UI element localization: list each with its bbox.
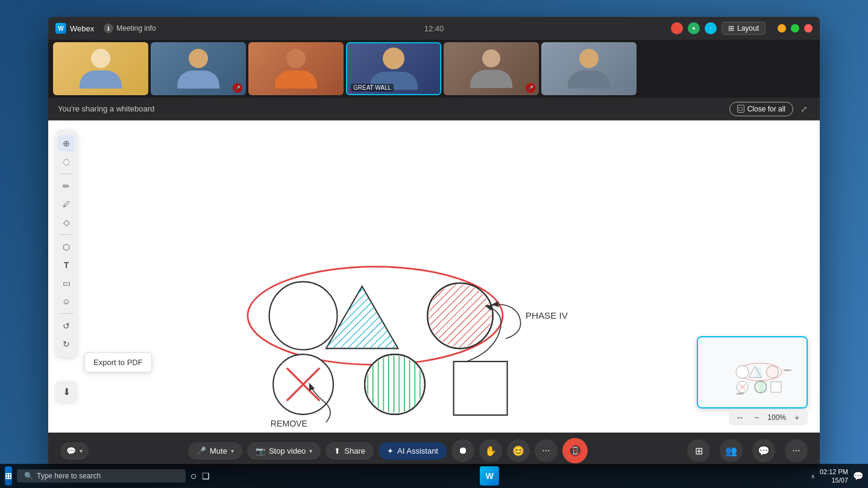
more-options-button[interactable]: ···: [535, 439, 558, 462]
person-silhouette-2: [151, 42, 246, 95]
expand-icon[interactable]: ⤢: [798, 103, 810, 115]
participant-label-4: GREAT WALL: [351, 84, 394, 92]
mute-icon-2: 🎤: [233, 83, 242, 93]
ai-icon: ✦: [387, 446, 394, 455]
titlebar-left: W Webex ℹ Meeting info: [55, 23, 156, 34]
taskbar-notification-button[interactable]: 💬: [853, 471, 863, 481]
video-icon: 📷: [256, 446, 265, 455]
svg-rect-28: [755, 368, 761, 378]
close-for-all-label: Close for all: [747, 105, 785, 113]
share-icon: ⬆: [334, 446, 341, 455]
participant-thumb-4[interactable]: GREAT WALL: [346, 42, 441, 95]
mute-chevron: ▾: [231, 448, 234, 454]
window-controls: [778, 24, 813, 33]
titlebar-time: 12:40: [424, 24, 444, 33]
svg-rect-21: [454, 361, 508, 415]
taskbar-apps: W: [480, 466, 499, 486]
green-indicator: ●: [688, 22, 700, 34]
bottom-toolbar: 💬 ▾ 🎤 Mute ▾ 📷 Stop video ▾ ⬆ Share ✦ AI…: [48, 433, 820, 469]
svg-point-26: [736, 366, 749, 378]
bottom-left: 💬 ▾: [60, 442, 89, 460]
task-view-button[interactable]: ❑: [202, 466, 210, 486]
svg-point-7: [269, 282, 338, 350]
webex-logo: W Webex: [55, 23, 94, 34]
taskbar: ⊞ 🔍 Type here to search ○ ❑ W ∧ 02:12 PM…: [0, 464, 868, 488]
main-content: ⊕ ◌ ✏ 🖊 ◇ ⬡ T ▭ ☺ ↺ ↻ ⬇ Export to PDF: [48, 120, 820, 433]
zoom-out-button[interactable]: −: [750, 411, 763, 424]
search-placeholder: Type here to search: [37, 472, 101, 480]
person-silhouette-6: [541, 42, 637, 95]
svg-text:REMOVE: REMOVE: [271, 419, 307, 428]
titlebar: W Webex ℹ Meeting info 12:40 ● ↑ ⊞ Layou…: [48, 17, 820, 40]
minimap-controls: ↔ − 100% +: [729, 410, 808, 425]
close-for-all-button[interactable]: □ Close for all: [729, 102, 793, 116]
mute-icon-5: 🎤: [526, 83, 535, 93]
layout-label: Layout: [737, 24, 759, 33]
sharing-bar: You're sharing a whiteboard □ Close for …: [48, 98, 820, 120]
end-call-button[interactable]: 📵: [562, 438, 588, 463]
bottom-center: 🎤 Mute ▾ 📷 Stop video ▾ ⬆ Share ✦ AI Ass…: [188, 438, 588, 463]
taskbar-right: ∧ 02:12 PM 15/07 💬: [811, 468, 863, 485]
participant-thumb-5[interactable]: 🎤: [444, 42, 539, 95]
stop-video-button[interactable]: 📷 Stop video ▾: [247, 442, 321, 460]
reactions-button[interactable]: 😊: [507, 439, 530, 462]
taskbar-webex-icon: W: [485, 471, 493, 481]
person-silhouette-3: [248, 42, 344, 95]
webex-label: Webex: [70, 24, 94, 33]
search-circle-button[interactable]: ○: [190, 466, 197, 486]
participant-thumb-6[interactable]: [541, 42, 637, 95]
record-button[interactable]: ⏺: [451, 439, 474, 462]
hand-button[interactable]: ✋: [479, 439, 502, 462]
start-button[interactable]: ⊞: [5, 466, 12, 486]
svg-rect-24: [698, 338, 808, 408]
minimap: PHASE IV REMOVE: [697, 336, 808, 408]
participant-thumb-1[interactable]: [53, 42, 148, 95]
svg-rect-19: [366, 355, 423, 413]
taskbar-webex-app[interactable]: W: [480, 466, 499, 486]
taskbar-time-display: 02:12 PM: [820, 468, 848, 476]
titlebar-right: ● ↑ ⊞ Layout: [671, 22, 813, 35]
share-label: Share: [344, 446, 365, 455]
whiteboard[interactable]: ⊕ ◌ ✏ 🖊 ◇ ⬡ T ▭ ☺ ↺ ↻ ⬇ Export to PDF: [48, 120, 820, 433]
zoom-in-button[interactable]: +: [791, 411, 803, 424]
svg-text:PHASE IV: PHASE IV: [526, 311, 568, 321]
close-button[interactable]: [804, 24, 813, 33]
svg-text:PHASE IV: PHASE IV: [784, 369, 791, 372]
chat-button[interactable]: 💬: [752, 439, 775, 462]
participants-button[interactable]: 👥: [720, 439, 743, 462]
caption-icon: 💬: [66, 446, 76, 455]
grid-view-button[interactable]: ⊞: [687, 439, 710, 462]
meeting-info-label: Meeting info: [116, 24, 156, 33]
more-right-button[interactable]: ···: [785, 439, 808, 462]
svg-rect-37: [771, 382, 781, 392]
caption-button[interactable]: 💬 ▾: [60, 442, 89, 460]
minimize-button[interactable]: [778, 24, 786, 33]
ai-label: AI Assistant: [397, 446, 438, 455]
share-button[interactable]: ⬆ Share: [326, 442, 374, 460]
mute-icon: 🎤: [197, 446, 206, 455]
person-silhouette-1: [53, 42, 148, 95]
participant-thumb-3[interactable]: [248, 42, 344, 95]
main-window: W Webex ℹ Meeting info 12:40 ● ↑ ⊞ Layou…: [48, 17, 820, 469]
mute-button[interactable]: 🎤 Mute ▾: [188, 442, 242, 460]
meeting-info-button[interactable]: ℹ Meeting info: [104, 23, 156, 33]
export-tooltip-text: Export to PDF: [93, 358, 143, 367]
maximize-button[interactable]: [791, 24, 799, 33]
ai-assistant-button[interactable]: ✦ AI Assistant: [379, 442, 447, 460]
search-icon: 🔍: [24, 472, 33, 480]
svg-rect-30: [767, 366, 779, 378]
taskbar-date-display: 15/07: [820, 476, 848, 484]
fit-view-button[interactable]: ↔: [734, 411, 746, 424]
zoom-level: 100%: [767, 413, 786, 422]
sharing-message: You're sharing a whiteboard: [58, 104, 729, 113]
close-icon-small: □: [737, 105, 744, 113]
stop-video-label: Stop video: [269, 446, 306, 455]
mute-label: Mute: [210, 446, 227, 455]
layout-button[interactable]: ⊞ Layout: [722, 22, 766, 35]
teal-indicator: ↑: [705, 22, 717, 34]
info-icon: ℹ: [104, 23, 113, 33]
participant-thumb-2[interactable]: 🎤: [151, 42, 246, 95]
svg-rect-12: [429, 284, 491, 347]
taskbar-search[interactable]: 🔍 Type here to search: [17, 469, 186, 483]
export-tooltip: Export to PDF: [84, 352, 152, 372]
